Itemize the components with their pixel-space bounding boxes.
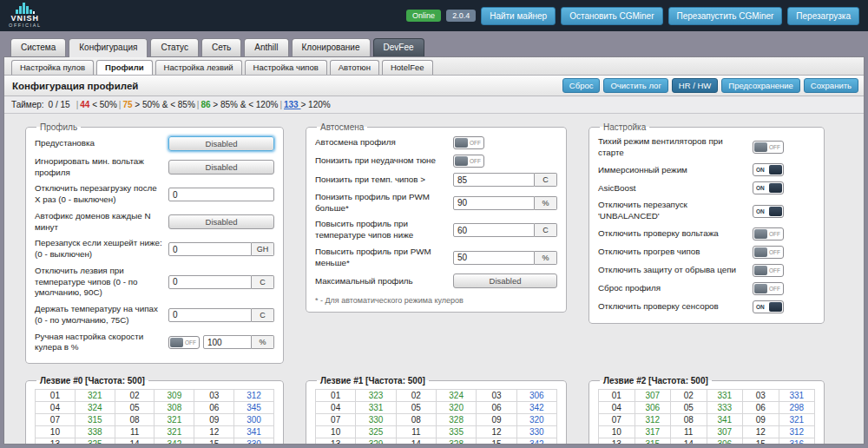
sub-tab[interactable]: Профили [96, 60, 152, 75]
sub-tab[interactable]: Настройка чипов [245, 60, 327, 75]
toggle-off-label: OFF [767, 249, 782, 255]
toggle-switch[interactable]: OFF [753, 246, 784, 259]
setting-row: Понизить при неудачном тюнеOFF [315, 152, 557, 170]
main-tab[interactable]: Anthill [244, 38, 288, 56]
select-button[interactable]: Disabled [168, 160, 274, 175]
chip-value: 342 [155, 438, 194, 445]
select-button[interactable]: Disabled [168, 136, 274, 151]
sub-tab[interactable]: Автотюн [330, 60, 379, 75]
topbar-button[interactable]: Перезагрузка [787, 7, 859, 25]
text-input[interactable] [203, 335, 252, 349]
chip-index: 06 [743, 402, 779, 414]
toggle-knob [754, 229, 767, 239]
chip-value: 328 [436, 438, 476, 445]
toggle-switch[interactable]: OFF [753, 282, 784, 295]
toggle-knob [754, 142, 767, 152]
setting-control: GH [168, 242, 274, 256]
text-input[interactable] [453, 173, 535, 187]
setting-label: Повысить профиль при PWM меньше* [315, 247, 448, 268]
setting-control: C [168, 308, 274, 322]
chip-index: 10 [316, 426, 356, 438]
sub-tabs: Настройка пуловПрофилиНастройка лезвийНа… [4, 57, 864, 76]
main-tab[interactable]: Сеть [201, 38, 241, 56]
text-input[interactable] [168, 308, 252, 322]
toggle-switch[interactable]: OFF [753, 227, 784, 240]
chip-value: 342 [516, 438, 556, 445]
input-group: % [203, 335, 274, 349]
chip-value: 321 [75, 390, 115, 402]
toggle-switch[interactable]: OFF [753, 264, 784, 277]
toggle-switch[interactable]: ON [753, 205, 784, 218]
input-group: GH [168, 242, 274, 256]
toggle-switch[interactable]: ON [753, 163, 784, 176]
toggle-switch[interactable]: OFF [753, 141, 784, 154]
chip-value: 315 [75, 414, 115, 426]
toggle-switch[interactable]: ON [753, 300, 784, 313]
toggle-switch[interactable]: OFF [453, 136, 484, 149]
chip-value: 342 [516, 402, 556, 414]
main-tab[interactable]: DevFee [373, 38, 424, 56]
topbar-button[interactable]: Найти майнер [481, 7, 556, 25]
main-tab[interactable]: Статус [150, 38, 199, 56]
setting-control: OFF [453, 155, 557, 168]
chip-value: 341 [234, 426, 274, 438]
setting-row: Отключить проверку вольтажаOFF [598, 225, 815, 243]
setting-row: Отключить лезвия при температуре чипов (… [35, 263, 274, 301]
setting-row: Отключить перезапуск 'UNBALANCED'ON [598, 197, 815, 224]
sub-tab[interactable]: Настройка лезвий [155, 60, 242, 75]
text-input[interactable] [168, 275, 252, 289]
toggle-off-label: OFF [767, 144, 782, 150]
input-group: C [453, 173, 557, 187]
main-tab[interactable]: Система [10, 38, 66, 56]
chip-index: 05 [396, 402, 436, 414]
page-actions: СбросОчистить логHR / HWПредсохранениеСо… [562, 78, 858, 93]
toggle-switch[interactable]: OFF [453, 155, 484, 168]
setting-label: Тихий режим вентиляторов при старте [598, 136, 747, 158]
action-button[interactable]: Сброс [562, 78, 601, 93]
setting-label: AsicBoost [598, 183, 747, 194]
text-input[interactable] [453, 196, 535, 210]
toggle-off-label: OFF [767, 286, 782, 292]
toggle-switch[interactable]: ON [753, 181, 784, 194]
legend-condition: > 50% & < 85% [135, 100, 195, 109]
content-panel: Настройка пуловПрофилиНастройка лезвийНа… [3, 56, 865, 445]
sub-tab[interactable]: Настройка пулов [11, 60, 94, 75]
sub-tab[interactable]: HotelFee [382, 60, 433, 75]
chip-row: 013210230903312 [36, 390, 274, 402]
chip-row: 043310532006342 [316, 402, 557, 414]
chip-index: 09 [743, 414, 779, 426]
chip-index: 15 [477, 438, 516, 445]
setting-control: OFF% [168, 335, 274, 349]
action-button[interactable]: Предсохранение [721, 78, 799, 93]
action-button[interactable]: HR / HW [672, 78, 718, 93]
topbar-button[interactable]: Перезапустить CGMiner [668, 7, 783, 25]
topbar-buttons: Найти майнерОстановить CGMinerПерезапуст… [481, 7, 859, 25]
blade-section: Лезвие #0 [Частота: 500]0132102309033120… [25, 376, 284, 445]
topbar-button[interactable]: Остановить CGMiner [561, 7, 662, 25]
setting-row: Автофикс доменов каждые N минутDisabled [35, 208, 274, 235]
action-button[interactable]: Очистить лог [603, 78, 667, 93]
setting-control: ON [753, 300, 815, 313]
separator: | [76, 100, 79, 109]
page-header: Конфигурация профилей СбросОчистить логH… [4, 76, 864, 96]
chip-index: 03 [743, 390, 779, 402]
chip-index: 02 [671, 390, 707, 402]
text-input[interactable] [453, 251, 535, 265]
setting-control: Disabled [168, 214, 274, 229]
text-input[interactable] [453, 223, 535, 237]
text-input[interactable] [168, 188, 274, 201]
chip-value: 330 [356, 414, 396, 426]
setting-row: Ручная настройка скорости кулера в %OFF% [35, 329, 274, 356]
legend-count: 86 [201, 100, 213, 109]
main-tab[interactable]: Клонирование [292, 38, 371, 56]
toggle-switch[interactable]: OFF [168, 336, 200, 349]
chip-value: 333 [707, 402, 743, 414]
setting-control: % [453, 196, 557, 210]
select-button[interactable]: Disabled [453, 273, 557, 288]
select-button[interactable]: Disabled [168, 214, 274, 229]
chip-index: 13 [316, 438, 356, 445]
input-group: C [453, 223, 557, 237]
main-tab[interactable]: Конфигурация [69, 38, 148, 57]
action-button[interactable]: Сохранить [804, 78, 858, 93]
text-input[interactable] [168, 242, 252, 256]
